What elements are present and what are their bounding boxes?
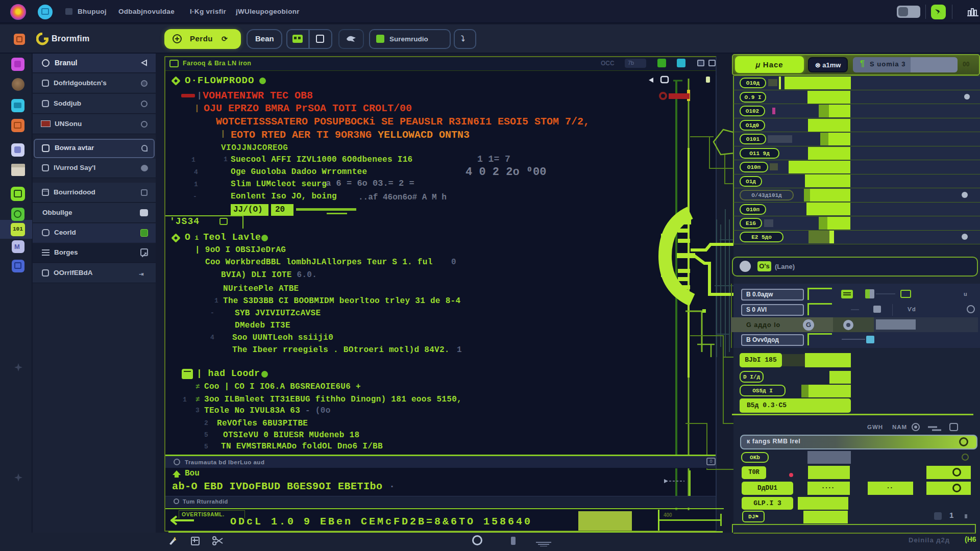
svg-text:1: 1: [174, 536, 176, 541]
